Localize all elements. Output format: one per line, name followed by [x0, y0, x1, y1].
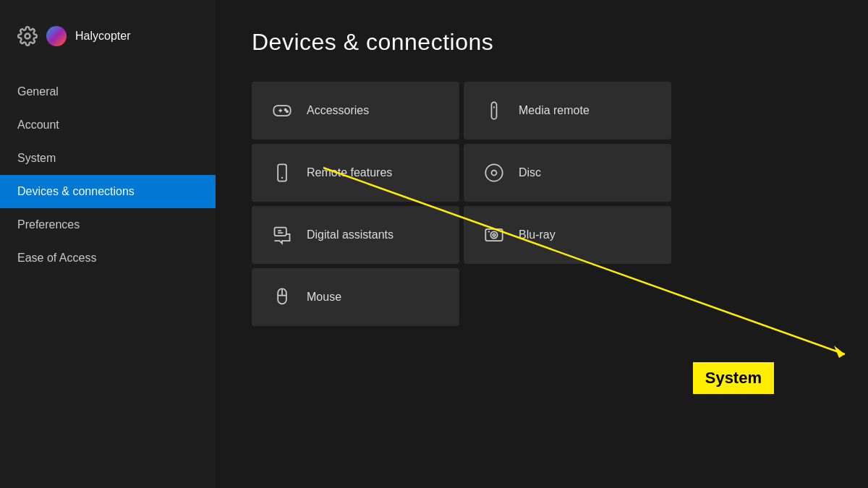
grid-item-remote-features[interactable]: Remote features — [252, 144, 459, 202]
sidebar-username: Halycopter — [75, 30, 130, 43]
svg-point-5 — [286, 111, 288, 112]
media-remote-label: Media remote — [519, 104, 590, 117]
sidebar-nav: General Account System Devices & connect… — [0, 75, 216, 275]
grid-item-accessories[interactable]: Accessories — [252, 82, 459, 140]
svg-point-11 — [492, 171, 497, 176]
sidebar-item-system[interactable]: System — [0, 142, 216, 175]
gear-icon — [17, 26, 38, 46]
digital-assistants-label: Digital assistants — [307, 228, 393, 241]
devices-grid: Accessories Media remote Remote features — [252, 82, 671, 326]
main-content: Devices & connections Accessories Media … — [216, 0, 868, 488]
mouse-label: Mouse — [307, 291, 341, 304]
remote-icon — [484, 100, 504, 121]
grid-item-media-remote[interactable]: Media remote — [464, 82, 671, 140]
assistant-icon — [272, 225, 292, 245]
sidebar: Halycopter General Account System Device… — [0, 0, 216, 488]
sidebar-header: Halycopter — [0, 14, 216, 68]
sidebar-item-general[interactable]: General — [0, 75, 216, 108]
mouse-icon — [272, 287, 292, 307]
grid-item-digital-assistants[interactable]: Digital assistants — [252, 206, 459, 264]
annotation-label: System — [693, 362, 774, 394]
svg-point-4 — [285, 109, 286, 111]
sidebar-item-devices-connections[interactable]: Devices & connections — [0, 175, 216, 208]
svg-point-0 — [25, 34, 30, 39]
disc-label: Disc — [519, 166, 541, 179]
grid-item-bluray[interactable]: Blu-ray — [464, 206, 671, 264]
svg-marker-23 — [834, 346, 845, 358]
gamepad-icon — [272, 100, 292, 121]
sidebar-item-ease-of-access[interactable]: Ease of Access — [0, 241, 216, 275]
svg-point-17 — [493, 234, 495, 236]
grid-item-mouse[interactable]: Mouse — [252, 268, 459, 326]
bluray-label: Blu-ray — [519, 228, 556, 241]
remote-features-label: Remote features — [307, 166, 392, 179]
avatar — [46, 26, 67, 46]
svg-rect-6 — [492, 102, 497, 119]
sidebar-item-account[interactable]: Account — [0, 108, 216, 142]
page-title: Devices & connections — [252, 29, 832, 56]
svg-point-10 — [485, 164, 502, 181]
bluray-icon — [484, 225, 504, 245]
phone-icon — [272, 163, 292, 183]
svg-rect-15 — [485, 229, 502, 241]
sidebar-item-preferences[interactable]: Preferences — [0, 208, 216, 241]
svg-rect-8 — [278, 164, 286, 181]
accessories-label: Accessories — [307, 104, 369, 117]
disc-icon — [484, 163, 504, 183]
grid-item-disc[interactable]: Disc — [464, 144, 671, 202]
svg-rect-12 — [275, 228, 286, 236]
svg-point-16 — [490, 231, 497, 238]
